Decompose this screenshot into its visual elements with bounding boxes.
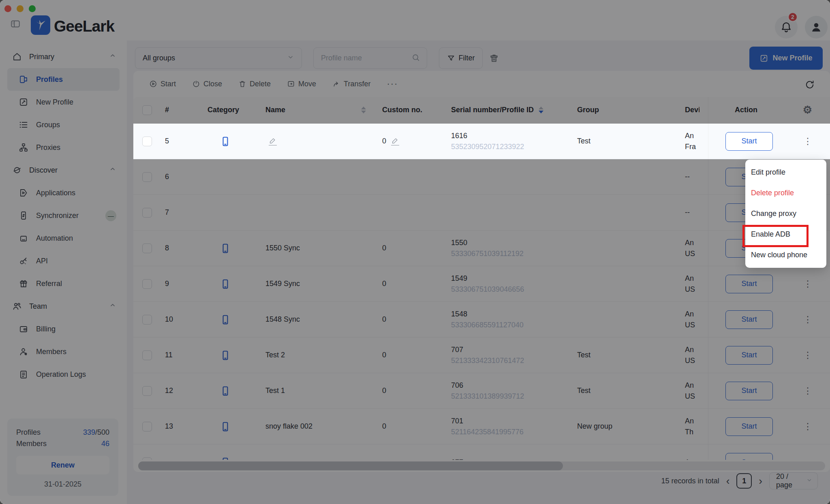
- search-icon[interactable]: [411, 53, 420, 64]
- table-row-6[interactable]: 6 -- Start ⋮: [133, 159, 830, 195]
- table-row-11[interactable]: 11 Test 2 0 707 521333342310761472 Test …: [133, 337, 830, 373]
- sidebar-item-groups[interactable]: Groups: [7, 113, 120, 136]
- row-more-menu-icon[interactable]: ⋮: [803, 136, 812, 147]
- horizontal-scrollbar[interactable]: [138, 461, 825, 470]
- sidebar-item-synchronizer[interactable]: Synchronizer —: [7, 204, 120, 227]
- sidebar-item-profiles[interactable]: Profiles: [7, 68, 120, 91]
- group-filter-select[interactable]: All groups: [135, 47, 302, 69]
- members-usage-label: Members: [16, 438, 47, 449]
- start-profile-button[interactable]: Start: [725, 346, 773, 365]
- row-checkbox[interactable]: [142, 315, 152, 325]
- table-row-8[interactable]: 8 1550 Sync 0 1550 533306751039112192 An…: [133, 231, 830, 266]
- operation-logs-icon: [19, 369, 28, 379]
- row-more-menu-icon[interactable]: ⋮: [803, 279, 812, 289]
- user-avatar[interactable]: [805, 16, 828, 38]
- profiles-used-count: 339: [83, 428, 95, 436]
- table-row-12[interactable]: 12 Test 1 0 706 521333101389939712 Test …: [133, 373, 830, 409]
- row-checkbox[interactable]: [142, 457, 152, 460]
- search-input[interactable]: [320, 53, 411, 63]
- bulk-delete-button[interactable]: Delete: [238, 80, 271, 88]
- menu-item-delete-profile[interactable]: Delete profile: [745, 183, 826, 203]
- horizontal-scrollbar-thumb[interactable]: [138, 461, 563, 470]
- bulk-move-button[interactable]: Move: [287, 80, 316, 88]
- column-header-device[interactable]: Device: [676, 97, 708, 123]
- minimize-window-button[interactable]: [17, 5, 24, 12]
- page-size-select[interactable]: 20 / page: [769, 472, 818, 489]
- applications-icon: [19, 188, 28, 198]
- name-sort-icon[interactable]: [361, 107, 366, 113]
- row-checkbox[interactable]: [142, 350, 152, 360]
- geelark-logo: [31, 15, 50, 35]
- current-page-number[interactable]: 1: [736, 473, 752, 489]
- edit-name-icon[interactable]: [269, 137, 277, 145]
- renew-button[interactable]: Renew: [16, 456, 109, 474]
- row-checkbox[interactable]: [142, 137, 152, 146]
- sidebar-item-operation-logs[interactable]: Operation Logs: [7, 363, 120, 386]
- start-profile-button[interactable]: Start: [725, 132, 773, 151]
- bulk-close-button[interactable]: Close: [192, 80, 222, 88]
- serial-sort-icon[interactable]: [539, 107, 543, 113]
- row-checkbox[interactable]: [142, 208, 152, 218]
- sidebar-item-automation[interactable]: Automation: [7, 227, 120, 250]
- user-icon: [810, 21, 822, 33]
- bulk-transfer-button[interactable]: Transfer: [332, 80, 370, 88]
- row-more-menu-icon[interactable]: ⋮: [803, 386, 812, 396]
- column-header-group[interactable]: Group: [568, 97, 676, 123]
- sidebar-item-api[interactable]: API: [7, 250, 120, 272]
- start-profile-button[interactable]: Start: [725, 275, 773, 293]
- sidebar-section-discover[interactable]: Discover: [0, 159, 127, 182]
- sidebar-item-members[interactable]: Members: [7, 340, 120, 363]
- sidebar-section-primary[interactable]: Primary: [0, 45, 127, 68]
- edit-custom-no-icon[interactable]: [391, 137, 399, 145]
- bulk-start-button[interactable]: Start: [149, 80, 176, 88]
- refresh-button[interactable]: [802, 77, 818, 93]
- column-settings-gear-icon[interactable]: ⚙: [803, 104, 812, 116]
- sidebar-item-applications[interactable]: Applications: [7, 182, 120, 204]
- select-all-checkbox[interactable]: [142, 105, 152, 115]
- more-actions-button[interactable]: ···: [387, 79, 398, 89]
- sidebar-item-billing[interactable]: Billing: [7, 318, 120, 340]
- row-more-menu-icon[interactable]: ⋮: [803, 350, 812, 361]
- sidebar-toggle-icon[interactable]: [10, 19, 21, 29]
- sidebar-item-proxies[interactable]: Proxies: [7, 136, 120, 159]
- cloud-phone-icon: [220, 457, 231, 460]
- table-row-5[interactable]: 5 0 1616 535230952071233922 Test: [133, 124, 830, 159]
- zoom-window-button[interactable]: [29, 5, 36, 12]
- billing-wallet-icon: [19, 324, 28, 334]
- column-header-custom-no[interactable]: Custom no.: [372, 97, 441, 123]
- close-window-button[interactable]: [4, 5, 11, 12]
- prev-page-button[interactable]: ‹: [726, 476, 730, 486]
- sidebar-item-new-profile[interactable]: New Profile: [7, 91, 120, 113]
- cloud-phone-icon: [220, 350, 231, 361]
- row-checkbox[interactable]: [142, 279, 152, 289]
- table-row-9[interactable]: 9 1549 Sync 0 1549 533306751039046656 An…: [133, 266, 830, 302]
- filter-button[interactable]: Filter: [439, 47, 483, 69]
- menu-item-change-proxy[interactable]: Change proxy: [745, 203, 826, 224]
- menu-item-new-cloud-phone[interactable]: New cloud phone: [745, 245, 826, 265]
- menu-item-edit-profile[interactable]: Edit profile: [745, 162, 826, 183]
- row-more-menu-icon[interactable]: ⋮: [803, 314, 812, 325]
- clear-filter-icon[interactable]: [489, 53, 499, 64]
- row-checkbox[interactable]: [142, 172, 152, 182]
- next-page-button[interactable]: ›: [759, 476, 762, 486]
- row-more-menu-icon[interactable]: ⋮: [803, 421, 812, 432]
- table-row-10[interactable]: 10 1548 Sync 0 1548 533306685591127040 A…: [133, 302, 830, 337]
- enable-adb-highlight-annotation: [742, 225, 809, 247]
- column-header-index[interactable]: #: [156, 97, 195, 123]
- table-row-13[interactable]: 13 snoy flake 002 0 701 5211642358419957…: [133, 409, 830, 444]
- column-header-category[interactable]: Category: [195, 97, 256, 123]
- row-checkbox[interactable]: [142, 386, 152, 396]
- row-checkbox[interactable]: [142, 422, 152, 431]
- row-checkbox[interactable]: [142, 243, 152, 253]
- column-header-serial[interactable]: Serial number/Profile ID: [441, 97, 568, 123]
- sidebar-item-referral[interactable]: Referral: [7, 272, 120, 295]
- start-profile-button[interactable]: Start: [725, 417, 773, 436]
- profile-name-search[interactable]: [313, 47, 427, 69]
- new-profile-button[interactable]: New Profile: [749, 47, 823, 70]
- sidebar-section-team[interactable]: Team: [0, 295, 127, 318]
- table-row-7[interactable]: 7 -- Start ⋮: [133, 195, 830, 231]
- start-profile-button[interactable]: Start: [725, 453, 773, 460]
- column-header-name[interactable]: Name: [256, 97, 372, 123]
- start-profile-button[interactable]: Start: [725, 310, 773, 329]
- start-profile-button[interactable]: Start: [725, 382, 773, 400]
